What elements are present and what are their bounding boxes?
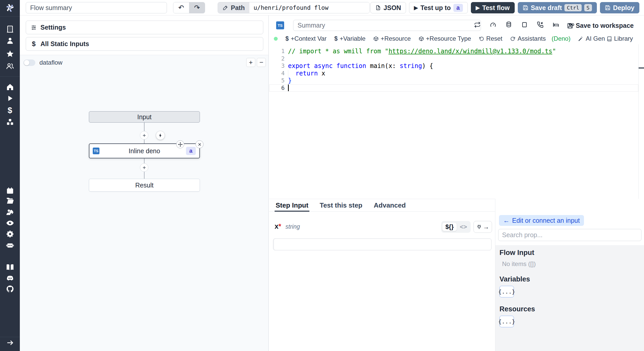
test-flow-button[interactable]: ▶ Test flow: [471, 2, 515, 13]
edit-or-connect-button[interactable]: ← Edit or connect an input: [499, 215, 584, 226]
text-cursor: [288, 84, 289, 91]
tab-step-input[interactable]: Step Input: [276, 199, 308, 211]
resources-object-chip[interactable]: {...}: [499, 316, 514, 327]
connect-input-button[interactable]: →: [473, 221, 492, 233]
library-button[interactable]: Library: [607, 34, 633, 44]
home-icon[interactable]: [0, 83, 20, 91]
ruler-cursor-mark: [639, 67, 644, 69]
bed-icon[interactable]: [553, 21, 559, 28]
topbar: ↶ ↷ Path JSON ▶ Test up to a ▶ Test flow: [20, 0, 644, 15]
edit-or-connect-label: Edit or connect an input: [512, 217, 580, 224]
json-button[interactable]: JSON: [370, 2, 406, 13]
user-icon[interactable]: [0, 36, 20, 45]
tab-test-this-step[interactable]: Test this step: [320, 199, 362, 211]
zoom-in-button[interactable]: +: [246, 58, 255, 67]
flow-panel: Settings $ All Static Inputs dataflow + …: [20, 15, 269, 351]
edit-path-button[interactable]: Path: [218, 2, 249, 13]
windmill-logo-icon[interactable]: [0, 2, 20, 14]
test-up-to-button[interactable]: ▶ Test up to a: [409, 2, 468, 13]
field-x-input[interactable]: [273, 238, 492, 250]
path-label: Path: [231, 4, 245, 12]
boxes-icon[interactable]: [0, 118, 20, 126]
repeat-icon[interactable]: [474, 21, 481, 28]
add-context-var-button[interactable]: $+Context Var: [285, 35, 327, 42]
folder-open-icon[interactable]: [0, 196, 20, 205]
plug-icon: [476, 224, 482, 230]
add-step-button[interactable]: [140, 163, 148, 172]
input-mode-toggle: ${} <>: [441, 221, 471, 233]
calendar-icon[interactable]: [0, 186, 20, 195]
dollar-icon[interactable]: $: [0, 106, 20, 115]
path-input[interactable]: [249, 2, 369, 13]
refresh-icon: [510, 36, 515, 41]
field-row: x* string ${} <> →: [275, 222, 491, 235]
code-line[interactable]: // import * as wmill from "https://deno.…: [269, 48, 638, 55]
building-icon[interactable]: [0, 25, 20, 33]
arrow-right-icon[interactable]: [0, 338, 20, 347]
result-node[interactable]: Result: [89, 179, 200, 192]
step-id-badge: a: [186, 147, 196, 155]
undo-redo-group: ↶ ↷: [173, 2, 205, 13]
book-icon: [607, 36, 612, 41]
github-icon[interactable]: [0, 285, 20, 293]
deploy-button[interactable]: Deploy: [600, 2, 639, 13]
book-open-icon[interactable]: [0, 263, 20, 272]
settings-gear-icon[interactable]: [0, 230, 20, 238]
prop-search-input[interactable]: [498, 229, 641, 241]
flow-settings-button[interactable]: Settings: [26, 21, 263, 34]
eye-icon[interactable]: [0, 219, 20, 227]
move-step-button[interactable]: [176, 140, 184, 148]
users-cog-icon[interactable]: [0, 208, 20, 217]
step-summary-input[interactable]: [293, 20, 481, 31]
users-icon[interactable]: [0, 62, 20, 71]
add-step-button[interactable]: [140, 131, 148, 140]
field-type: string: [285, 223, 300, 230]
assistants-button[interactable]: Assistants (Deno): [510, 35, 570, 42]
redo-button[interactable]: ↷: [189, 2, 205, 13]
play-icon: ▶: [476, 5, 480, 10]
code-line[interactable]: [269, 55, 638, 63]
star-icon[interactable]: [0, 49, 20, 58]
trigger-bolt-button[interactable]: [156, 131, 165, 140]
template-mode-button[interactable]: ${}: [442, 223, 457, 231]
flow-graph: dataflow + − Input TS Inline deno a: [20, 55, 268, 351]
square-icon[interactable]: [521, 21, 528, 28]
gauge-icon[interactable]: [490, 21, 496, 28]
tab-advanced[interactable]: Advanced: [374, 199, 406, 211]
kbd-ctrl: Ctrl: [564, 4, 581, 11]
undo-button[interactable]: ↶: [173, 2, 189, 13]
save-draft-button[interactable]: Save draft Ctrl S: [518, 2, 597, 13]
reset-button[interactable]: Reset: [479, 35, 503, 42]
overview-ruler[interactable]: [638, 44, 644, 199]
add-variable-button[interactable]: $+Variable: [334, 35, 366, 42]
add-resource-button[interactable]: +Resource: [373, 35, 411, 42]
phone-incoming-icon[interactable]: [537, 21, 544, 28]
zoom-out-button[interactable]: −: [257, 58, 266, 67]
database-icon[interactable]: [505, 21, 512, 28]
code-editor[interactable]: 123456 // import * as wmill from "https:…: [269, 44, 638, 199]
play-icon: ▶: [414, 5, 418, 10]
code-line[interactable]: return x: [269, 70, 638, 77]
package-icon: [373, 36, 379, 41]
flow-summary-input[interactable]: [26, 2, 167, 13]
play-icon[interactable]: [0, 94, 20, 103]
all-static-inputs-button[interactable]: $ All Static Inputs: [26, 37, 263, 51]
code-line[interactable]: [269, 84, 638, 92]
wand-icon: [578, 36, 584, 41]
dataflow-toggle[interactable]: [23, 59, 35, 66]
save-to-workspace-button[interactable]: Save to workspace: [567, 22, 634, 29]
variables-object-chip[interactable]: {...}: [499, 286, 514, 297]
robot-icon[interactable]: [0, 241, 20, 250]
discord-icon[interactable]: [0, 274, 20, 283]
required-mark: *: [278, 222, 281, 230]
ai-gen-button[interactable]: AI Gen: [578, 35, 605, 42]
code-mode-button[interactable]: <>: [457, 223, 470, 231]
code-line[interactable]: export async function main(x: string) {: [269, 62, 638, 70]
rail-divider: [0, 16, 20, 17]
input-node[interactable]: Input: [89, 111, 200, 123]
typescript-badge: TS: [276, 21, 284, 29]
file-json-icon: [375, 5, 381, 11]
delete-step-button[interactable]: [196, 140, 204, 148]
code-line[interactable]: }: [269, 77, 638, 84]
add-resource-type-button[interactable]: +Resource Type: [419, 35, 471, 42]
